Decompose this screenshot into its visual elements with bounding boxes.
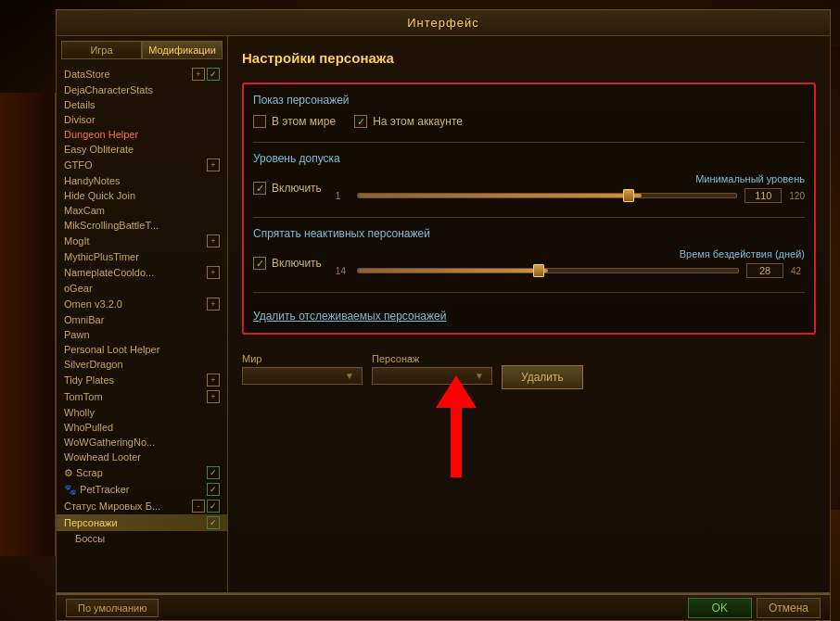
this-account-checkbox[interactable]: ✓ — [354, 115, 367, 128]
enable2-label: Включить — [272, 257, 322, 270]
expand-icon: ✓ — [207, 466, 220, 479]
sidebar-item-wholly[interactable]: Wholly — [57, 405, 227, 420]
sidebar-item-personal[interactable]: Personal Loot Helper — [57, 342, 227, 357]
sidebar-item-datastore[interactable]: DataStore + ✓ — [57, 66, 227, 82]
sidebar-item-label: DejaCharacterStats — [64, 84, 153, 95]
expand-icon: + — [207, 266, 220, 279]
sidebar-item-label: TomTom — [64, 391, 103, 402]
sidebar-item-label: Details — [64, 99, 95, 110]
sidebar-item-maxcam[interactable]: MaxCam — [57, 203, 227, 218]
sidebar-item-wowhead[interactable]: Wowhead Looter — [57, 450, 227, 464]
settings-box: Показ персонажей В этом мире ✓ На этом а… — [242, 82, 816, 335]
sidebar-item-divisor[interactable]: Divisor — [57, 112, 227, 127]
sidebar-item-dungeon[interactable]: Dungeon Helper — [57, 127, 227, 142]
cancel-button[interactable]: Отмена — [757, 598, 821, 618]
expand-icon: - — [192, 500, 205, 513]
sidebar-item-label: Hide Quick Join — [64, 190, 135, 201]
sidebar-item-omnibar[interactable]: OmniBar — [57, 312, 227, 327]
idle-slider-track[interactable] — [357, 268, 739, 273]
level-slider-track[interactable] — [357, 193, 737, 198]
sidebar-item-label: GTFO — [64, 159, 93, 171]
this-realm-label: В этом мире — [272, 115, 336, 128]
sidebar-item-hidequickjoin[interactable]: Hide Quick Join — [57, 188, 227, 203]
show-characters-content: В этом мире ✓ На этом аккаунте — [253, 110, 805, 133]
expand-icon: + — [207, 298, 220, 310]
sidebar-item-tomtom[interactable]: TomTom + — [57, 388, 227, 405]
sidebar-item-label: NameplateCooldo... — [64, 267, 154, 278]
expand-icon: + — [207, 374, 220, 387]
sidebar-item-label: Боссы — [75, 533, 105, 544]
this-account-label: На этом аккаунте — [373, 115, 463, 128]
sidebar-item-deja[interactable]: DejaCharacterStats — [57, 82, 227, 97]
sidebar-item-mythic[interactable]: MythicPlusTimer — [57, 249, 227, 264]
arrow-shaft — [451, 408, 462, 477]
slider-thumb[interactable] — [623, 189, 634, 202]
idle-slider-thumb[interactable] — [533, 264, 544, 277]
sidebar-item-label: Omen v3.2.0 — [64, 298, 122, 310]
sidebar-item-pettracker[interactable]: 🐾 PetTracker ✓ — [57, 481, 227, 498]
sidebar-item-ogear[interactable]: oGear — [57, 281, 227, 296]
divider3 — [253, 292, 805, 293]
sidebar-item-label: Personal Loot Helper — [64, 344, 159, 355]
sidebar-item-whopulled[interactable]: WhoPulled — [57, 420, 227, 435]
slider-fill — [358, 194, 642, 197]
sidebar-item-scrap[interactable]: ⚙ Scrap ✓ — [57, 464, 227, 481]
world-char-row: Мир ▼ Персонаж ▼ Удалить — [242, 349, 816, 389]
enable-label: Включить — [272, 182, 322, 195]
sidebar-item-label: oGear — [64, 283, 93, 294]
sidebar-list: DataStore + ✓ DejaCharacterStats Details… — [57, 64, 227, 592]
show-characters-section: Показ персонажей В этом мире ✓ На этом а… — [253, 94, 805, 133]
this-realm-checkbox[interactable] — [253, 115, 266, 128]
sidebar-item-label: SilverDragon — [64, 359, 123, 370]
hide-inactive-content: ✓ Включить Время бездействия (дней) 14 — [253, 244, 805, 283]
delete-link[interactable]: Удалить отслеживаемых персонажей — [253, 310, 446, 323]
hide-inactive-section: Спрятать неактивных персонажей ✓ Включит… — [253, 227, 805, 283]
arrow-annotation — [436, 375, 477, 477]
tab-mods[interactable]: Модификации — [142, 41, 223, 59]
sidebar-item-label: Wholly — [64, 407, 95, 418]
sidebar-item-easyobliterate[interactable]: Easy Obliterate — [57, 142, 227, 157]
sidebar-item-characters[interactable]: Персонажи ✓ — [57, 514, 227, 531]
sidebar-item-gtfo[interactable]: GTFO + — [57, 157, 227, 173]
sidebar-item-label: MogIt — [64, 235, 90, 247]
sidebar-item-label: MaxCam — [64, 205, 105, 216]
sidebar-item-nameplate[interactable]: NameplateCooldo... + — [57, 264, 227, 281]
addon-icon: ✓ — [207, 68, 220, 81]
sidebar-item-label: WhoPulled — [64, 422, 113, 433]
level-slider-input[interactable] — [745, 188, 782, 203]
slider-max-val: 120 — [789, 191, 805, 201]
world-dropdown-arrow: ▼ — [345, 371, 354, 381]
sidebar-item-mogit[interactable]: MogIt + — [57, 233, 227, 249]
enable-checkbox[interactable]: ✓ — [253, 182, 266, 195]
enable2-row[interactable]: ✓ Включить — [253, 257, 322, 270]
delete-button[interactable]: Удалить — [502, 365, 583, 389]
this-account-row[interactable]: ✓ На этом аккаунте — [354, 115, 463, 128]
default-button[interactable]: По умолчанию — [66, 599, 159, 617]
idle-slider-input[interactable] — [746, 263, 783, 278]
idle-slider-section: Время бездействия (дней) 14 42 — [336, 248, 805, 278]
sidebar-item-handynotes[interactable]: HandyNotes — [57, 173, 227, 188]
enable2-checkbox[interactable]: ✓ — [253, 257, 266, 270]
expand-icon: + — [207, 158, 220, 171]
sidebar-item-bosses[interactable]: Боссы — [57, 531, 227, 546]
enable-row[interactable]: ✓ Включить — [253, 182, 322, 195]
sidebar-item-label: HandyNotes — [64, 175, 121, 186]
sidebar-item-pawn[interactable]: Pawn — [57, 327, 227, 342]
sidebar-item-silverdragon[interactable]: SilverDragon — [57, 357, 227, 372]
idle-max-val: 42 — [791, 266, 805, 276]
sidebar-item-omen[interactable]: Omen v3.2.0 + — [57, 296, 227, 312]
addon-icon2: ✓ — [207, 500, 220, 513]
sidebar-item-tidyplates[interactable]: Tidy Plates + — [57, 372, 227, 388]
sidebar-item-mikscrolling[interactable]: MikScrollingBattleT... — [57, 218, 227, 233]
sidebar-item-details[interactable]: Details — [57, 97, 227, 112]
sidebar-item-label: Pawn — [64, 329, 90, 340]
this-realm-row[interactable]: В этом мире — [253, 115, 336, 128]
sidebar-item-status[interactable]: Статус Мировых Б... - ✓ — [57, 498, 227, 514]
level-slider-row: 1 120 — [336, 188, 805, 203]
tab-game[interactable]: Игра — [61, 41, 142, 59]
min-level-label: Минимальный уровень — [336, 173, 805, 184]
ok-button[interactable]: OK — [688, 598, 752, 618]
sidebar-item-wowgathering[interactable]: WoWGatheringNo... — [57, 435, 227, 450]
window-title: Интерфейс — [407, 16, 478, 30]
world-dropdown[interactable]: ▼ — [242, 367, 363, 385]
